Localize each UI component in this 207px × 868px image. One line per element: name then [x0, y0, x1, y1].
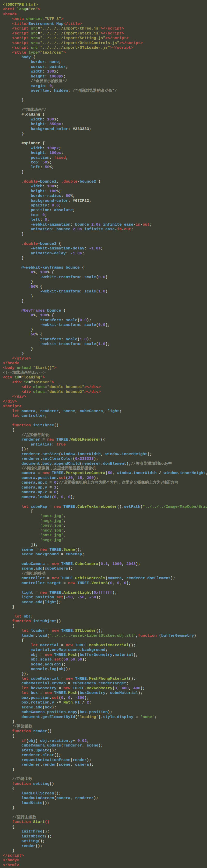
code-line: }	[3, 294, 207, 299]
code-line: 'negz.jpg'	[3, 538, 207, 542]
code-line: <script src="../../../import/OrbitContro…	[3, 41, 207, 45]
code-line: scene.add(box);	[3, 705, 207, 710]
code-line: {	[3, 825, 207, 829]
code-line: requestAnimationFrame(render);	[3, 758, 207, 763]
code-line: let cubeMaterial = new THREE.MeshPhongMa…	[3, 677, 207, 681]
code-line: //相机的移动	[3, 571, 207, 576]
code-line: position: fixed;	[3, 156, 207, 160]
code-line: renderer.setClearColor(0x333333);	[3, 457, 207, 461]
code-line: <div class="double-bounce1"></div>	[3, 385, 207, 390]
code-line: let box = new THREE.Mesh(boxGeometry, cu…	[3, 691, 207, 695]
code-editor[interactable]: <!DOCTYPE html><html lang="en"><head> <m…	[0, 0, 207, 868]
code-line: camera.up.y = 1;	[3, 486, 207, 490]
code-line: }	[3, 170, 207, 175]
code-line: box.rotation.y -= Math.PI / 2;	[3, 701, 207, 705]
code-line: <title>Environment Map</title>	[3, 22, 207, 26]
code-line: }	[3, 848, 207, 853]
code-line: box.position.set(0, 0, -300);	[3, 696, 207, 701]
code-line: margin: 0;	[3, 84, 207, 89]
code-line: 0%, 100% {	[3, 270, 207, 275]
code-line: let material = new THREE.MeshBasicMateri…	[3, 643, 207, 648]
code-line: camera.up.x = 0;//设置摄像机的上方向为哪个方向，这里定义摄像的…	[3, 480, 207, 485]
code-line: -webkit-transform: scale(1.0)	[3, 289, 207, 294]
code-line: <html lang="en">	[3, 7, 207, 12]
code-line: light = new THREE.AmbientLight(0xffffff)…	[3, 591, 207, 595]
code-line: //渲染函数	[3, 724, 207, 729]
code-line: #loading {	[3, 113, 207, 117]
code-line	[3, 586, 207, 590]
code-line: controller = new THREE.OrbitControls(cam…	[3, 576, 207, 581]
code-line: opacity: 0.6;	[3, 203, 207, 208]
code-line: cursor: pointer;	[3, 65, 207, 69]
code-line: scene.add(light);	[3, 600, 207, 605]
code-line: width: 100px;	[3, 146, 207, 151]
code-line: }	[3, 768, 207, 772]
code-line	[3, 304, 207, 309]
code-line: }	[3, 605, 207, 610]
code-line: initObject();	[3, 834, 207, 839]
code-line: }	[3, 806, 207, 810]
code-line: <style type="text/css">	[3, 51, 207, 55]
code-line: }	[3, 280, 207, 284]
code-line: loadStats();	[3, 801, 207, 806]
code-line: }	[3, 232, 207, 237]
code-line: let obj;	[3, 614, 207, 619]
code-line: position: absolute;	[3, 208, 207, 213]
code-line: });	[3, 672, 207, 676]
code-line: function initObject()	[3, 619, 207, 624]
code-line: background-color: #67CF22;	[3, 199, 207, 203]
code-line: //运行主函数	[3, 815, 207, 820]
code-line: //渲染器初始化	[3, 433, 207, 437]
code-line: 'posz.jpg',	[3, 533, 207, 538]
code-line: controller.target = new THREE.Vector3(0,…	[3, 581, 207, 586]
code-line: {	[3, 734, 207, 739]
code-line: function initThree()	[3, 423, 207, 428]
code-line	[3, 418, 207, 423]
code-line: width: 100%;	[3, 117, 207, 122]
code-line: function setting()	[3, 782, 207, 786]
code-line: cubeCamera.update(renderer, scene);	[3, 743, 207, 748]
code-line: material.envMap=scene.background;	[3, 648, 207, 652]
code-line: </div>	[3, 399, 207, 404]
code-line: obj.scale.set(50,50,50);	[3, 657, 207, 662]
code-line: <div class="double-bounce2"></div>	[3, 390, 207, 395]
code-line: let loader = new THREE.STLLoader();	[3, 629, 207, 633]
code-line: background-color: #333333;	[3, 127, 207, 132]
code-line: cubeCamera = new THREE.CubeCamera(0.1, 1…	[3, 562, 207, 566]
code-line: <body onload="Start()">	[3, 366, 207, 370]
code-line: animation-delay: -1.0s;	[3, 251, 207, 256]
code-line: renderer.clear();	[3, 753, 207, 758]
code-line: initThree();	[3, 829, 207, 834]
code-line	[3, 810, 207, 815]
code-line	[3, 94, 207, 98]
code-line: }	[3, 299, 207, 304]
code-line: <div id="loading">	[3, 375, 207, 380]
code-line: {	[3, 638, 207, 643]
code-line: loadAutoScreen(camera, renderer);	[3, 796, 207, 801]
code-line	[3, 136, 207, 141]
code-line: </head>	[3, 361, 207, 366]
code-line: renderer.setSize(window.innerWidth, wind…	[3, 452, 207, 457]
code-line: render();	[3, 844, 207, 848]
code-line: 0%, 100% {	[3, 313, 207, 318]
code-line: renderer = new THREE.WebGLRenderer({	[3, 437, 207, 442]
code-line: {	[3, 786, 207, 791]
code-line: </body>	[3, 858, 207, 863]
code-line: width: 100%;	[3, 69, 207, 74]
code-line: <script src="../../../import/stats.js"><…	[3, 31, 207, 36]
code-line: document.body.appendChild(renderer.domEl…	[3, 462, 207, 466]
code-line: top: 50%;	[3, 160, 207, 165]
code-line: document.getElementById('loading').style…	[3, 715, 207, 720]
code-line: scene = new THREE.Scene();	[3, 548, 207, 552]
code-line: console.log(obj);	[3, 667, 207, 672]
code-line: ]);	[3, 542, 207, 547]
code-line: }	[3, 347, 207, 351]
code-line: }	[3, 132, 207, 136]
code-line	[3, 260, 207, 265]
code-line: antialias: true	[3, 442, 207, 447]
code-line: 50% {	[3, 285, 207, 289]
code-line: 'negx.jpg',	[3, 519, 207, 524]
code-line: cubeCamera.position.copy(box.position);	[3, 710, 207, 715]
code-line	[3, 500, 207, 504]
code-line	[3, 772, 207, 777]
